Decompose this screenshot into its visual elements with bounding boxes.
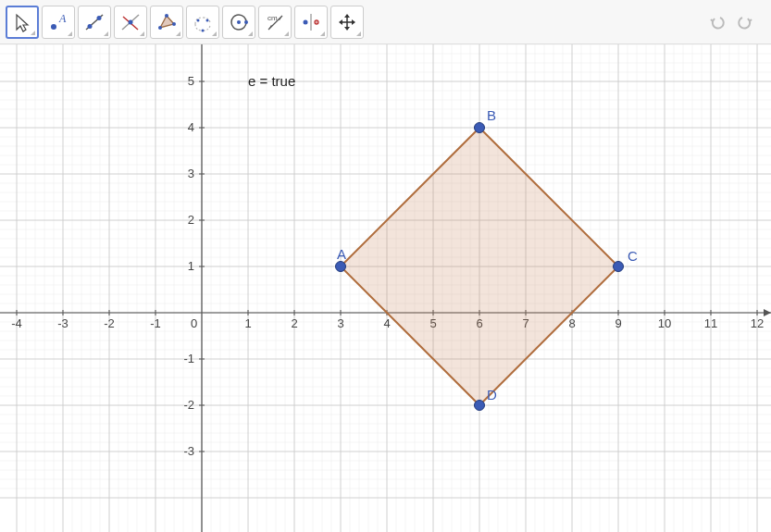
- point-label-B: B: [487, 107, 496, 123]
- y-tick-label: 2: [188, 213, 194, 227]
- svg-point-13: [202, 29, 205, 31]
- x-tick-label: 8: [568, 316, 575, 330]
- x-tick-label: 12: [751, 316, 764, 330]
- svg-point-22: [316, 21, 317, 23]
- toolbar: Acm: [0, 0, 771, 44]
- angle-tool[interactable]: cm: [258, 6, 292, 39]
- x-tick-label: 10: [658, 316, 671, 330]
- text-e[interactable]: e = true: [248, 73, 295, 89]
- svg-point-211: [336, 262, 346, 272]
- point-B[interactable]: B: [475, 107, 497, 133]
- svg-point-213: [614, 262, 624, 272]
- redo-button[interactable]: [732, 9, 758, 35]
- x-tick-label: 3: [337, 316, 343, 330]
- polygon-ABCD[interactable]: [341, 128, 618, 405]
- svg-point-11: [197, 19, 200, 21]
- svg-point-0: [51, 24, 56, 30]
- svg-point-8: [158, 26, 162, 30]
- point-C[interactable]: C: [614, 248, 639, 272]
- reflect-tool[interactable]: [294, 6, 328, 39]
- svg-text:A: A: [58, 12, 67, 25]
- svg-point-214: [475, 401, 485, 411]
- svg-point-3: [88, 24, 93, 29]
- y-tick-label: 5: [188, 74, 194, 88]
- x-tick-label: 9: [615, 316, 621, 330]
- svg-text:cm: cm: [267, 14, 278, 22]
- svg-point-20: [304, 19, 308, 24]
- line-tool[interactable]: [78, 6, 111, 39]
- perpendicular-tool[interactable]: [114, 6, 147, 39]
- svg-point-212: [475, 123, 485, 133]
- move-tool[interactable]: [6, 6, 39, 39]
- svg-point-10: [172, 22, 176, 26]
- svg-point-9: [165, 14, 168, 18]
- x-tick-label: -2: [104, 316, 115, 330]
- x-tick-label: 1: [244, 316, 251, 330]
- point-A[interactable]: A: [336, 246, 347, 272]
- move-view-tool[interactable]: [330, 6, 364, 39]
- undo-button[interactable]: [704, 9, 730, 35]
- y-tick-label: 4: [188, 120, 194, 134]
- x-tick-label: 2: [291, 316, 297, 330]
- y-tick-label: 3: [188, 167, 194, 180]
- graphics-view[interactable]: -4-3-2-10123456789101112-3-2-112345ABCDe…: [0, 44, 771, 532]
- y-tick-label: -3: [183, 444, 194, 458]
- polygon-tool[interactable]: [150, 6, 183, 39]
- svg-point-15: [237, 20, 241, 24]
- svg-point-4: [97, 16, 102, 20]
- point-label-D: D: [487, 387, 497, 402]
- x-tick-label: -4: [11, 316, 22, 330]
- circle-center-tool[interactable]: [222, 6, 255, 39]
- y-tick-label: 1: [188, 259, 194, 273]
- x-tick-label: -3: [57, 316, 68, 330]
- circle-tool[interactable]: [186, 6, 219, 39]
- x-tick-label: 4: [383, 316, 390, 330]
- point-tool[interactable]: A: [42, 6, 75, 39]
- y-tick-label: -2: [183, 398, 194, 412]
- tick-0: 0: [191, 316, 197, 330]
- x-tick-label: 11: [704, 316, 717, 330]
- point-label-A: A: [337, 246, 346, 262]
- x-tick-label: -1: [150, 316, 161, 330]
- svg-point-12: [206, 19, 209, 21]
- svg-point-16: [244, 20, 248, 24]
- svg-point-7: [129, 19, 133, 24]
- undo-redo-group: [704, 9, 758, 35]
- point-label-C: C: [628, 248, 638, 264]
- y-tick-label: -1: [183, 352, 194, 365]
